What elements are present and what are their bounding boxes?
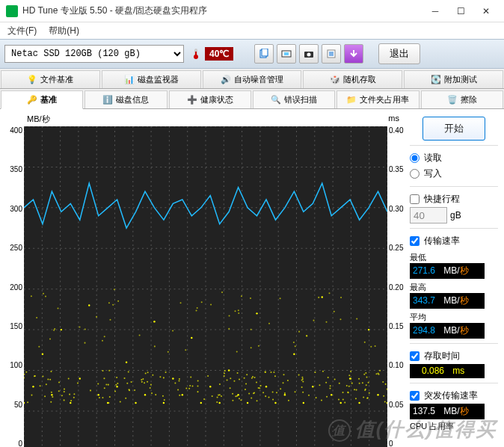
- svg-point-178: [61, 395, 63, 396]
- tab-benchmark[interactable]: 🔑基准: [1, 90, 83, 109]
- svg-point-213: [102, 370, 103, 372]
- svg-point-47: [88, 304, 90, 306]
- speaker-icon: 🔊: [221, 75, 231, 85]
- svg-point-168: [354, 389, 355, 390]
- svg-point-183: [270, 372, 271, 373]
- svg-point-221: [141, 381, 143, 383]
- svg-point-127: [365, 372, 366, 374]
- svg-point-275: [104, 387, 105, 389]
- maximize-button[interactable]: ☐: [449, 2, 473, 20]
- svg-point-245: [197, 380, 199, 382]
- svg-point-285: [295, 345, 296, 347]
- screenshot-button[interactable]: [299, 44, 319, 64]
- svg-point-207: [58, 381, 60, 383]
- svg-point-282: [364, 342, 366, 343]
- tab-extra-tests[interactable]: 💽附加测试: [404, 70, 503, 88]
- close-button[interactable]: ✕: [474, 2, 498, 20]
- svg-point-280: [228, 328, 230, 330]
- short-stroke-checkbox[interactable]: 快捷行程: [410, 191, 498, 207]
- transfer-rate-checkbox[interactable]: 传输速率: [410, 233, 498, 249]
- svg-point-253: [366, 398, 368, 399]
- svg-point-315: [57, 307, 58, 309]
- drive-select[interactable]: Netac SSD 120GB (120 gB): [4, 45, 184, 63]
- options-button[interactable]: [322, 44, 341, 64]
- svg-point-321: [251, 347, 252, 348]
- tab-disk-info[interactable]: ℹ️磁盘信息: [84, 90, 167, 108]
- burst-rate-value: 137.5 MB/秒: [410, 404, 485, 419]
- tab-folder-usage[interactable]: 📁文件夹占用率: [336, 90, 419, 108]
- svg-point-240: [321, 400, 322, 401]
- svg-point-246: [342, 392, 344, 393]
- tab-disk-monitor[interactable]: 📊磁盘监视器: [102, 70, 201, 88]
- svg-point-81: [235, 395, 236, 397]
- svg-point-330: [326, 321, 328, 323]
- tab-erase[interactable]: 🗑️擦除: [421, 90, 503, 108]
- svg-point-133: [232, 400, 233, 401]
- svg-point-176: [237, 372, 239, 374]
- start-button[interactable]: 开始: [422, 117, 485, 141]
- menu-file[interactable]: 文件(F): [3, 23, 41, 39]
- tab-aam[interactable]: 🔊自动噪音管理: [203, 70, 302, 88]
- svg-point-164: [155, 394, 156, 395]
- svg-point-199: [288, 400, 289, 401]
- svg-point-78: [377, 394, 378, 395]
- svg-point-331: [339, 318, 341, 320]
- svg-point-252: [385, 383, 387, 385]
- copy-info-button[interactable]: [254, 44, 274, 64]
- svg-point-173: [316, 397, 317, 398]
- svg-point-210: [217, 396, 218, 398]
- svg-point-77: [368, 329, 369, 330]
- svg-point-136: [339, 383, 340, 384]
- exit-button[interactable]: 退出: [378, 43, 420, 64]
- read-radio[interactable]: 读取: [410, 150, 498, 166]
- svg-point-155: [103, 377, 105, 379]
- svg-point-87: [219, 383, 221, 385]
- svg-point-239: [301, 377, 303, 378]
- svg-point-243: [47, 378, 49, 380]
- svg-point-325: [258, 345, 259, 347]
- save-button[interactable]: [344, 44, 363, 64]
- svg-point-256: [319, 384, 320, 386]
- svg-point-261: [356, 389, 357, 391]
- svg-point-84: [227, 380, 228, 381]
- tab-file-benchmark[interactable]: 💡文件基准: [1, 70, 100, 88]
- svg-point-228: [219, 394, 221, 395]
- svg-point-319: [293, 342, 295, 343]
- svg-point-332: [356, 318, 357, 319]
- svg-rect-6: [284, 52, 289, 55]
- svg-point-93: [108, 370, 110, 372]
- svg-point-68: [284, 394, 286, 395]
- svg-point-72: [322, 296, 323, 298]
- svg-point-238: [346, 385, 348, 386]
- tab-random-access[interactable]: 🎲随机存取: [303, 70, 402, 88]
- svg-point-44: [61, 329, 62, 330]
- svg-point-308: [96, 316, 97, 318]
- tab-health[interactable]: ➕健康状态: [169, 90, 251, 108]
- menu-help[interactable]: 帮助(H): [44, 23, 84, 39]
- tab-error-scan[interactable]: 🔍错误扫描: [253, 90, 335, 108]
- temperature-display: 40℃: [190, 47, 233, 61]
- svg-point-108: [147, 381, 148, 383]
- svg-point-185: [280, 388, 281, 389]
- lightbulb-icon: 💡: [27, 75, 37, 85]
- svg-point-149: [159, 376, 161, 377]
- access-time-checkbox[interactable]: 存取时间: [410, 348, 498, 364]
- svg-point-278: [31, 395, 32, 396]
- svg-point-200: [207, 375, 209, 377]
- burst-rate-checkbox[interactable]: 突发传输速率: [410, 388, 498, 404]
- copy-screenshot-button[interactable]: [277, 44, 296, 64]
- svg-point-328: [375, 345, 376, 347]
- minimize-button[interactable]: ─: [423, 2, 447, 20]
- svg-point-51: [126, 361, 127, 363]
- menubar: 文件(F) 帮助(H): [0, 22, 504, 39]
- svg-point-336: [185, 349, 186, 351]
- svg-point-327: [236, 351, 238, 353]
- svg-point-232: [147, 372, 149, 373]
- svg-point-299: [238, 309, 239, 311]
- svg-point-323: [280, 298, 281, 299]
- write-radio[interactable]: 写入: [410, 166, 498, 182]
- cross-icon: ➕: [187, 95, 197, 105]
- svg-point-61: [218, 402, 220, 404]
- svg-point-257: [364, 389, 366, 391]
- svg-point-162: [197, 385, 198, 386]
